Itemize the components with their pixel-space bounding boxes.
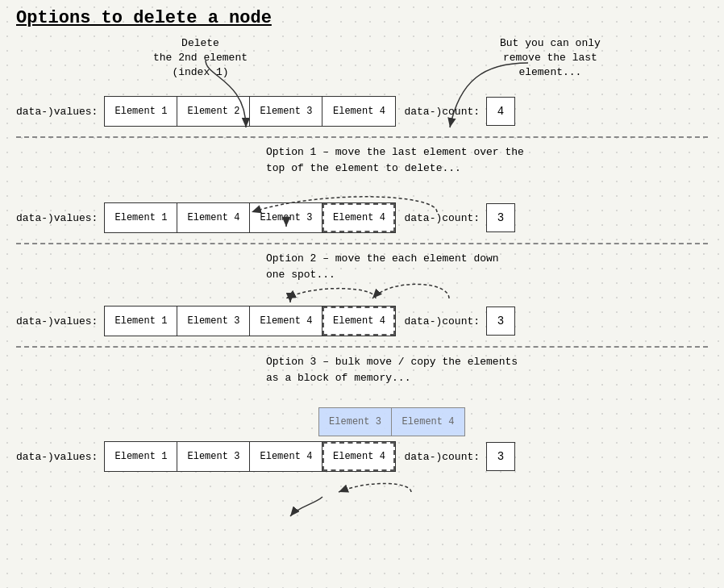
count-label-opt1: data-)count: — [404, 212, 480, 224]
cells-opt2: Element 1 Element 3 Element 4 Element 4 — [104, 306, 396, 336]
array-row-opt1: data-)values: Element 1 Element 4 Elemen… — [16, 202, 708, 233]
opt1-note: Option 1 – move the last element over th… — [266, 144, 708, 176]
count-val-intro: 4 — [486, 97, 515, 126]
cell-intro-2: Element 3 — [250, 97, 322, 126]
cell-opt1-2: Element 3 — [250, 203, 322, 232]
count-val-opt3: 3 — [486, 442, 515, 471]
cell-intro-1: Element 2 — [177, 97, 250, 126]
count-label-opt2: data-)count: — [404, 315, 480, 327]
count-label-opt3: data-)count: — [404, 451, 480, 463]
intro-note-left: Deletethe 2nd element(index 1) — [153, 36, 248, 81]
cell-opt3-3: Element 4 — [322, 442, 395, 471]
count-val-opt1: 3 — [486, 203, 515, 232]
memory-overlay: Element 3 Element 4 — [318, 407, 465, 436]
array-row-opt2: data-)values: Element 1 Element 3 Elemen… — [16, 306, 708, 336]
array-label-intro: data-)values: — [16, 106, 98, 118]
count-label-intro: data-)count: — [404, 106, 480, 118]
section-intro: Deletethe 2nd element(index 1) But you c… — [16, 36, 708, 127]
count-val-opt2: 3 — [486, 307, 515, 336]
divider-2 — [16, 243, 708, 244]
section-opt1: Option 1 – move the last element over th… — [16, 144, 708, 233]
cell-opt2-0: Element 1 — [105, 307, 177, 336]
divider-1 — [16, 136, 708, 138]
count-box-opt3: data-)count: 3 — [404, 442, 515, 471]
cell-intro-0: Element 1 — [105, 97, 177, 126]
cell-opt2-1: Element 3 — [177, 307, 250, 336]
cell-opt1-0: Element 1 — [105, 203, 177, 232]
cell-opt1-3: Element 4 — [322, 203, 395, 232]
cell-opt3-1: Element 3 — [177, 442, 250, 471]
array-row-intro: data-)values: Element 1 Element 2 Elemen… — [16, 96, 708, 127]
cell-opt2-3: Element 4 — [322, 307, 395, 336]
opt3-note: Option 3 – bulk move / copy the elements… — [266, 354, 708, 386]
page-title: Options to delete a node — [16, 8, 708, 28]
page: Options to delete a node Deletethe 2nd e… — [0, 0, 724, 588]
section-opt3: Option 3 – bulk move / copy the elements… — [16, 354, 708, 472]
intro-note-right: But you can onlyremove the lastelement..… — [500, 36, 601, 81]
cell-opt2-2: Element 4 — [250, 307, 322, 336]
cell-opt3-0: Element 1 — [105, 442, 177, 471]
array-label-opt1: data-)values: — [16, 212, 98, 224]
count-box-opt2: data-)count: 3 — [404, 307, 515, 336]
array-label-opt3: data-)values: — [16, 451, 98, 463]
memory-cell-1: Element 4 — [392, 408, 464, 436]
array-row-opt3: data-)values: Element 1 Element 3 Elemen… — [16, 441, 708, 472]
cell-intro-3: Element 4 — [322, 97, 395, 126]
count-box-intro: data-)count: 4 — [404, 97, 515, 126]
cells-intro: Element 1 Element 2 Element 3 Element 4 — [104, 96, 396, 127]
count-box-opt1: data-)count: 3 — [404, 203, 515, 232]
section-opt2: Option 2 – move the each element down on… — [16, 251, 708, 336]
opt2-note: Option 2 – move the each element down on… — [266, 251, 708, 282]
cells-opt1: Element 1 Element 4 Element 3 Element 4 — [104, 202, 396, 233]
array-label-opt2: data-)values: — [16, 315, 98, 327]
cells-opt3: Element 1 Element 3 Element 4 Element 4 — [104, 441, 396, 472]
cell-opt3-2: Element 4 — [250, 442, 322, 471]
divider-3 — [16, 346, 708, 348]
cell-opt1-1: Element 4 — [177, 203, 250, 232]
memory-cell-0: Element 3 — [319, 408, 392, 436]
